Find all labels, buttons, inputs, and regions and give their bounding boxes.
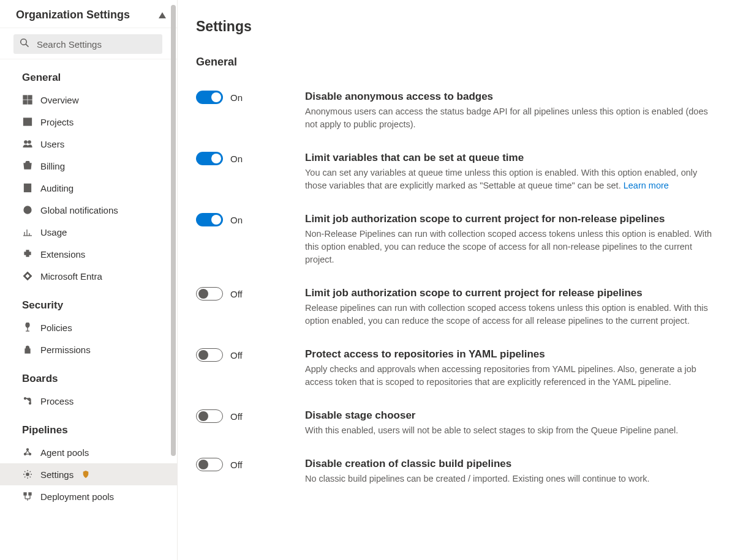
sidebar-header: Organization Settings [0, 0, 177, 28]
setting-description: Release pipelines can run with collectio… [305, 302, 717, 327]
sidebar-item-process[interactable]: Process [0, 390, 177, 412]
sidebar-item-label: Billing [40, 161, 65, 171]
sidebar-item-billing[interactable]: Billing [0, 155, 177, 177]
sidebar-item-policies[interactable]: Policies [0, 316, 177, 338]
setting-description: Non-Release Pipelines can run with colle… [305, 228, 717, 266]
setting-description: With this enabled, users will not be abl… [305, 424, 717, 437]
settings-list: OnDisable anonymous access to badgesAnon… [196, 75, 717, 490]
sidebar-item-extensions[interactable]: Extensions [0, 243, 177, 265]
setting-row: OffProtect access to repositories in YAM… [196, 332, 717, 394]
svg-line-24 [26, 450, 28, 454]
toggle-state-label: Off [230, 411, 243, 422]
sidebar-item-microsoft-entra[interactable]: Microsoft Entra [0, 265, 177, 287]
deployment-pools-icon [22, 491, 33, 502]
setting-title: Protect access to repositories in YAML p… [305, 348, 717, 360]
setting-text: Disable creation of classic build pipeli… [305, 458, 717, 485]
section-title: General [196, 56, 717, 69]
svg-point-12 [24, 206, 31, 214]
setting-description: Anonymous users can access the status ba… [305, 105, 717, 131]
extensions-icon [22, 248, 33, 259]
search-input[interactable] [36, 39, 156, 50]
main-content: Settings General OnDisable anonymous acc… [178, 0, 735, 560]
policies-icon [22, 322, 33, 333]
sidebar-item-label: Auditing [40, 183, 74, 193]
search-icon [20, 38, 29, 50]
sidebar-item-auditing[interactable]: Auditing [0, 177, 177, 199]
scrollbar-thumb[interactable] [171, 5, 176, 456]
toggle-state-label: On [230, 215, 243, 225]
svg-rect-28 [24, 493, 26, 495]
sidebar-item-label: Global notifications [40, 205, 118, 215]
shield-icon [81, 469, 89, 480]
sidebar-item-usage[interactable]: Usage [0, 221, 177, 243]
svg-rect-0 [23, 95, 27, 99]
sidebar-item-label: Overview [40, 95, 79, 105]
toggle-switch[interactable] [196, 287, 223, 301]
sidebar: Organization Settings GeneralOverviewPro… [0, 0, 178, 560]
search-box[interactable] [13, 34, 162, 54]
toggle-switch[interactable] [196, 152, 223, 165]
setting-row: OnLimit job authorization scope to curre… [196, 197, 717, 271]
sidebar-item-label: Deployment pools [40, 491, 114, 502]
toggle-column: On [196, 213, 288, 226]
svg-rect-1 [28, 95, 32, 99]
sidebar-item-settings[interactable]: Settings [0, 463, 177, 485]
sidebar-item-projects[interactable]: Projects [0, 111, 177, 133]
svg-rect-2 [23, 100, 27, 104]
setting-description: No classic build pipelines can be create… [305, 472, 717, 485]
nav-group-title: Pipelines [0, 412, 177, 441]
setting-description: Apply checks and approvals when accessin… [305, 363, 717, 389]
toggle-column: Off [196, 409, 288, 423]
setting-title: Disable anonymous access to badges [305, 91, 717, 103]
settings-icon [22, 469, 33, 480]
toggle-column: Off [196, 348, 288, 362]
setting-text: Limit job authorization scope to current… [305, 213, 717, 266]
sidebar-item-overview[interactable]: Overview [0, 89, 177, 111]
toggle-state-label: Off [230, 350, 243, 360]
nav-group-title: Boards [0, 360, 177, 390]
sidebar-item-label: Permissions [40, 345, 91, 355]
setting-title: Disable creation of classic build pipeli… [305, 458, 717, 470]
svg-point-27 [26, 473, 29, 476]
svg-point-17 [26, 323, 29, 327]
search-container [0, 28, 177, 59]
setting-row: OffDisable creation of classic build pip… [196, 442, 717, 490]
usage-icon [22, 226, 33, 237]
svg-point-21 [27, 449, 29, 450]
toggle-switch[interactable] [196, 409, 223, 423]
sidebar-item-label: Extensions [40, 249, 85, 259]
toggle-state-label: On [230, 92, 243, 103]
svg-point-20 [29, 403, 31, 405]
collapse-icon[interactable] [159, 10, 166, 21]
sidebar-item-users[interactable]: Users [0, 133, 177, 155]
setting-description: You can set any variables at queue time … [305, 166, 717, 192]
toggle-state-label: On [230, 154, 243, 164]
toggle-switch[interactable] [196, 91, 223, 104]
svg-point-19 [24, 398, 26, 400]
sidebar-item-label: Agent pools [40, 447, 89, 458]
sidebar-item-deployment-pools[interactable]: Deployment pools [0, 485, 177, 507]
setting-title: Disable stage chooser [305, 409, 717, 422]
learn-more-link[interactable]: Learn more [624, 181, 669, 190]
sidebar-item-agent-pools[interactable]: Agent pools [0, 441, 177, 463]
agent-pools-icon [22, 447, 33, 458]
microsoft-entra-icon [22, 271, 33, 282]
page-title: Settings [196, 18, 717, 35]
sidebar-item-global-notifications[interactable]: Global notifications [0, 199, 177, 221]
toggle-column: Off [196, 458, 288, 471]
toggle-switch[interactable] [196, 348, 223, 362]
nav-group-title: Security [0, 287, 177, 316]
users-icon [22, 138, 33, 149]
scrollbar-track[interactable] [171, 5, 176, 555]
sidebar-item-label: Process [40, 396, 74, 406]
setting-title: Limit job authorization scope to current… [305, 287, 717, 299]
billing-icon [22, 160, 33, 171]
svg-line-25 [28, 450, 29, 454]
sidebar-item-permissions[interactable]: Permissions [0, 338, 177, 360]
toggle-switch[interactable] [196, 458, 223, 471]
overview-icon [22, 94, 33, 105]
setting-title: Limit variables that can be set at queue… [305, 152, 717, 164]
setting-row: OffDisable stage chooserWith this enable… [196, 394, 717, 442]
toggle-switch[interactable] [196, 213, 223, 226]
sidebar-item-label: Projects [40, 117, 74, 127]
